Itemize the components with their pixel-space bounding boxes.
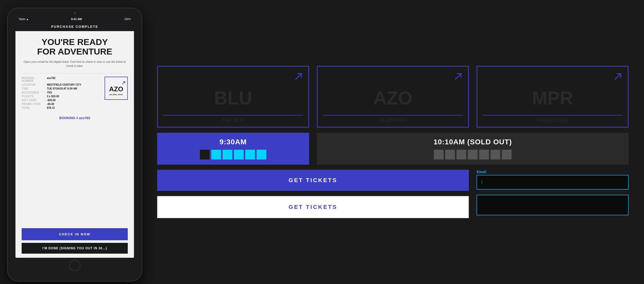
email-input-block-1: Email [477,170,629,190]
status-bar: Tablet ▲ 9:41 AM 100% [15,16,134,22]
giftcard-label: GIFT CARD [22,99,45,102]
sold-seat-7 [502,150,512,159]
badge-name: ALIEN ZOO [109,93,123,96]
booking-number-label: BOOKING NUMBER [22,77,45,82]
booking-row-total: TOTAL $78.72 [22,106,100,109]
experience-badge: AZO ALIEN ZOO [105,77,128,100]
email-input-1[interactable] [481,180,624,185]
time-value: TUE 07/24/18 AT 9:30 AM [47,87,77,90]
booking-row-time: TIME TUE 07/24/18 AT 9:30 AM [22,87,100,90]
mpr-name: PROJECTOR [537,118,567,123]
tickets-label: TICKETS [22,95,45,98]
blu-abbr: BLU [214,89,252,107]
home-button[interactable] [69,260,80,271]
sold-seat-3 [456,150,466,159]
seat-indicators-1010 [434,150,512,159]
total-label: TOTAL [22,106,45,109]
blu-name: THE BLU [222,118,244,123]
done-button[interactable]: I'M DONE (SIGNING YOU OUT IN 30...) [22,243,128,254]
status-time: 9:41 AM [71,17,82,21]
booking-row-tickets: TICKETS 3 x $20.00 [22,95,100,98]
azo-divider [323,115,463,116]
status-right: 100% [124,18,131,21]
booking-row-promo: PROMO CODE -$5.00 [22,103,100,105]
check-in-now-button[interactable]: CHECK IN NOW [22,228,128,240]
app-content: YOU'RE READY FOR ADVENTURE Open your ema… [15,31,134,258]
mpr-divider [482,115,623,116]
booking-info: BOOKING NUMBER azo782 LOCATION WESTFIELD… [22,77,100,110]
booking-number-display: BOOKING # azo782 [22,116,128,120]
purchase-subtitle: Open your email for the digital ticket. … [22,60,128,68]
promo-value: -$5.00 [47,103,54,105]
seat-2 [211,150,221,159]
experience-card-azo[interactable]: AZO ALIEN ZOO [317,66,469,128]
sold-seat-6 [490,150,500,159]
booking-row-accessible: ACCESSIBLE YES [22,91,100,94]
mpr-abbr: MPR [532,89,573,107]
badge-abbr: AZO [109,86,123,92]
booking-row-giftcard: GIFT CARD -$20.00 [22,99,100,102]
sold-seat-1 [434,150,444,159]
seat-1 [200,150,210,159]
header-title: PURCHASE COMPLETE [51,25,98,29]
promo-label: PROMO CODE [22,103,45,105]
email-input-2[interactable] [481,199,624,205]
seat-6 [257,150,266,159]
seat-3 [223,150,232,159]
time-slot-1010: 10:10AM (SOLD OUT) [317,133,629,165]
experience-card-mpr[interactable]: MPR PROJECTOR [477,66,629,128]
app-header: PURCHASE COMPLETE [15,22,134,31]
booking-number-value: azo782 [47,77,55,82]
get-tickets-white-button[interactable]: GET TICKETS [157,196,469,218]
email-input-wrapper-1[interactable] [477,175,629,190]
blu-divider [163,115,303,116]
email-label: Email [477,170,629,174]
giftcard-value: -$20.00 [47,99,56,102]
sold-seat-5 [479,150,489,159]
time-label: TIME [22,87,45,90]
seat-indicators-930 [200,150,266,159]
status-left: Tablet ▲ [19,18,29,21]
ipad-screen: Tablet ▲ 9:41 AM 100% PURCHASE COMPLETE … [15,16,134,258]
azo-name: ALIEN ZOO [379,118,406,123]
time-slot-930[interactable]: 9:30AM [157,133,309,165]
purchase-title: YOU'RE READY FOR ADVENTURE [22,37,128,57]
time-930-label: 9:30AM [219,138,247,146]
accessible-value: YES [47,91,52,94]
mpr-arrow-icon [613,72,623,82]
right-panel: BLU THE BLU AZO ALIEN ZOO MPR PROJECTOR … [142,58,644,226]
sold-seat-2 [445,150,455,159]
seat-4 [234,150,244,159]
location-label: LOCATION [22,83,45,86]
tickets-value: 3 x $20.00 [47,95,59,98]
email-section: Email [477,170,629,215]
blu-arrow-icon [294,72,303,82]
booking-details: BOOKING NUMBER azo782 LOCATION WESTFIELD… [22,73,128,113]
battery-text: 100% [124,18,131,21]
buttons-container: GET TICKETS GET TICKETS [157,170,469,218]
spacer [22,122,128,228]
azo-arrow-icon [454,72,463,82]
total-value: $78.72 [47,106,55,109]
azo-abbr: AZO [373,89,412,107]
time-1010-label: 10:10AM (SOLD OUT) [434,138,512,146]
badge-arrow-icon [122,81,126,86]
ipad-device: Tablet ▲ 9:41 AM 100% PURCHASE COMPLETE … [8,8,142,281]
ipad-camera [74,12,76,14]
location-value: WESTFIELD CENTURY CITY [47,83,81,86]
carrier-text: Tablet ▲ [19,18,29,21]
booking-row-location: LOCATION WESTFIELD CENTURY CITY [22,83,100,86]
email-input-wrapper-2[interactable] [477,195,629,215]
sold-seat-4 [468,150,478,159]
seat-5 [245,150,255,159]
experience-card-blu[interactable]: BLU THE BLU [157,66,309,128]
get-tickets-blue-button[interactable]: GET TICKETS [157,170,469,191]
accessible-label: ACCESSIBLE [22,91,45,94]
booking-row-number: BOOKING NUMBER azo782 [22,77,100,82]
